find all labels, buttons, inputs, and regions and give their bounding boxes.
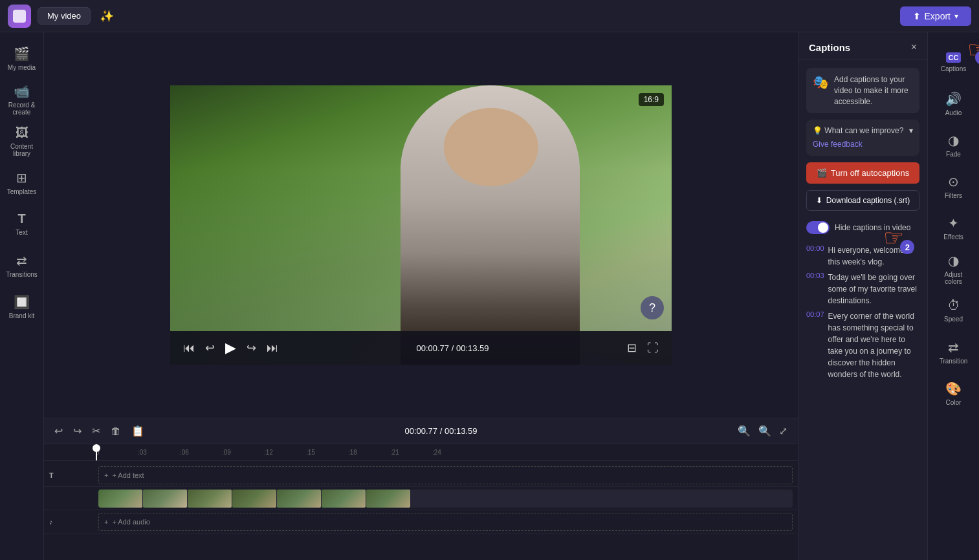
- caption-text-1: Today we'll be going over some of my fav…: [828, 272, 919, 307]
- time-display: 00:00.77 / 00:13.59: [416, 343, 489, 353]
- sidebar-item-text[interactable]: T Text: [3, 204, 41, 243]
- fullscreen-button[interactable]: ⛶: [644, 339, 661, 358]
- timeline-area: ↩ ↪ ✂ 🗑 📋 00:00.77 / 00:13.59 🔍 🔍 ⤢: [44, 418, 798, 560]
- tool-item-captions[interactable]: CC Captions: [931, 43, 976, 81]
- autocaptions-label: Turn off autocaptions: [831, 168, 909, 178]
- sidebar-item-brand-kit[interactable]: 🔲 Brand kit: [3, 287, 41, 326]
- delete-button[interactable]: 🗑: [108, 424, 124, 438]
- download-label: Download captions (.srt): [826, 196, 910, 205]
- templates-icon: ⊞: [16, 170, 27, 186]
- video-container: 16:9 ⏮ ↩ ▶ ↪ ⏭ 00:00.77 / 00:13.59 ⊟: [170, 85, 672, 365]
- zoom-in-button[interactable]: 🔍: [756, 424, 774, 438]
- play-button[interactable]: ▶: [223, 337, 239, 359]
- ruler-mark-24: :24: [432, 449, 474, 456]
- tool-item-effects[interactable]: ✦ Effects: [931, 208, 976, 247]
- ruler-mark-12: :12: [264, 449, 306, 456]
- right-sidebar: CC Captions ☞ 1 🔊 Audio ◑ Fade ⊙ Filters…: [927, 32, 979, 560]
- person-body: [386, 85, 597, 365]
- left-sidebar: 🎬 My media 📹 Record &create 🖼 Contentlib…: [0, 32, 44, 560]
- fit-button[interactable]: ⤢: [776, 424, 790, 438]
- sidebar-item-content-library[interactable]: 🖼 Contentlibrary: [3, 122, 41, 160]
- tool-item-color[interactable]: 🎨 Color: [931, 374, 976, 413]
- tool-item-fade[interactable]: ◑ Fade: [931, 125, 976, 164]
- brand-kit-icon: 🔲: [14, 294, 30, 310]
- help-button[interactable]: ?: [641, 296, 664, 319]
- caption-time-0: 00:00: [806, 244, 824, 268]
- captions-close-button[interactable]: ×: [911, 41, 917, 53]
- add-audio-label: + Add audio: [112, 518, 149, 526]
- filters-tool-icon: ⊙: [948, 174, 959, 189]
- record-icon: 📹: [14, 83, 30, 99]
- cut-button[interactable]: ✂: [89, 424, 103, 438]
- skip-end-button[interactable]: ⏭: [264, 339, 281, 358]
- tool-item-audio[interactable]: 🔊 Audio: [931, 84, 976, 123]
- caption-time-1: 00:03: [806, 272, 824, 307]
- rewind-button[interactable]: ↩: [203, 338, 217, 358]
- sidebar-item-my-media[interactable]: 🎬 My media: [3, 39, 41, 78]
- transitions-icon: ⇄: [16, 253, 27, 268]
- sidebar-item-label-record: Record &create: [8, 102, 36, 116]
- hide-captions-toggle[interactable]: [806, 221, 830, 234]
- captions-body: 🎭 Add captions to your video to make it …: [798, 60, 927, 560]
- caption-entry-1: 00:03 Today we'll be going over some of …: [806, 272, 919, 307]
- tool-item-adjust-colors[interactable]: ◑ Adjustcolors: [931, 250, 976, 288]
- ruler-mark-9: :09: [222, 449, 264, 456]
- sidebar-item-record-create[interactable]: 📹 Record &create: [3, 80, 41, 119]
- zoom-out-button[interactable]: 🔍: [735, 424, 753, 438]
- download-captions-button[interactable]: ⬇ Download captions (.srt): [806, 190, 919, 211]
- face-shape: [444, 108, 538, 186]
- color-tool-label: Color: [946, 399, 962, 406]
- text-track-row: T + + Add text: [44, 464, 798, 487]
- caption-time-2: 00:07: [806, 310, 824, 380]
- timeline-time-display: 00:00.77 / 00:13.59: [152, 426, 730, 436]
- sidebar-item-templates[interactable]: ⊞ Templates: [3, 163, 41, 202]
- magic-button[interactable]: ✨: [100, 9, 114, 23]
- skip-start-button[interactable]: ⏮: [181, 339, 197, 358]
- improve-box: 💡 What can we improve? ▾ Give feedback: [806, 120, 919, 156]
- captions-toggle-btn[interactable]: ⊟: [624, 338, 639, 358]
- video-thumb-1: [98, 490, 142, 508]
- add-text-button[interactable]: + + Add text: [98, 466, 793, 484]
- add-audio-button[interactable]: + + Add audio: [98, 513, 793, 531]
- info-text: Add captions to your video to make it mo…: [834, 74, 913, 107]
- transition-tool-icon: ⇄: [948, 339, 959, 355]
- captions-tool-label: Captions: [941, 65, 966, 72]
- redo-button[interactable]: ↪: [71, 424, 84, 438]
- sidebar-item-transitions[interactable]: ⇄ Transitions: [3, 246, 41, 285]
- improve-question: 💡 What can we improve?: [813, 126, 903, 135]
- copy-button[interactable]: 📋: [129, 424, 147, 438]
- sidebar-item-label-my-media: My media: [8, 64, 36, 71]
- video-thumbnails: [98, 490, 410, 508]
- undo-button[interactable]: ↩: [52, 424, 65, 438]
- captions-header: Captions ×: [798, 32, 927, 60]
- tool-item-speed[interactable]: ⏱ Speed: [931, 291, 976, 330]
- video-controls: ⏮ ↩ ▶ ↪ ⏭ 00:00.77 / 00:13.59 ⊟ ⛶: [170, 331, 672, 365]
- add-audio-icon: +: [104, 518, 108, 526]
- tool-item-filters[interactable]: ⊙ Filters: [931, 167, 976, 206]
- effects-tool-label: Effects: [943, 233, 963, 241]
- captions-tool-wrapper: CC Captions ☞ 1: [931, 43, 976, 81]
- captions-info-box: 🎭 Add captions to your video to make it …: [806, 68, 919, 113]
- sidebar-item-label-templates: Templates: [7, 188, 37, 195]
- caption-entry-2: 00:07 Every corner of the world has some…: [806, 310, 919, 380]
- timeline-toolbar: ↩ ↪ ✂ 🗑 📋 00:00.77 / 00:13.59 🔍 🔍 ⤢: [44, 418, 798, 444]
- give-feedback-link[interactable]: Give feedback: [813, 140, 863, 149]
- tool-item-transition[interactable]: ⇄ Transition: [931, 332, 976, 371]
- forward-button[interactable]: ↪: [244, 338, 259, 358]
- export-label: Export: [925, 11, 951, 21]
- sidebar-item-label-transitions: Transitions: [6, 271, 38, 278]
- export-button[interactable]: ⬆ Export ▾: [900, 6, 971, 26]
- sidebar-item-label-brand-kit: Brand kit: [9, 312, 34, 319]
- ruler-mark-21: :21: [390, 449, 432, 456]
- ruler-mark-3: :03: [138, 449, 180, 456]
- video-thumb-7: [366, 490, 410, 508]
- captions-title: Captions: [809, 42, 850, 53]
- video-thumb-5: [277, 490, 321, 508]
- color-tool-icon: 🎨: [945, 381, 962, 396]
- turn-off-autocaptions-button[interactable]: 🎬 Turn off autocaptions: [806, 162, 919, 184]
- add-text-icon: +: [104, 471, 108, 479]
- fade-tool-label: Fade: [946, 151, 961, 158]
- video-title-button[interactable]: My video: [38, 7, 91, 25]
- video-thumb-2: [143, 490, 187, 508]
- aspect-ratio-badge: 16:9: [639, 93, 664, 106]
